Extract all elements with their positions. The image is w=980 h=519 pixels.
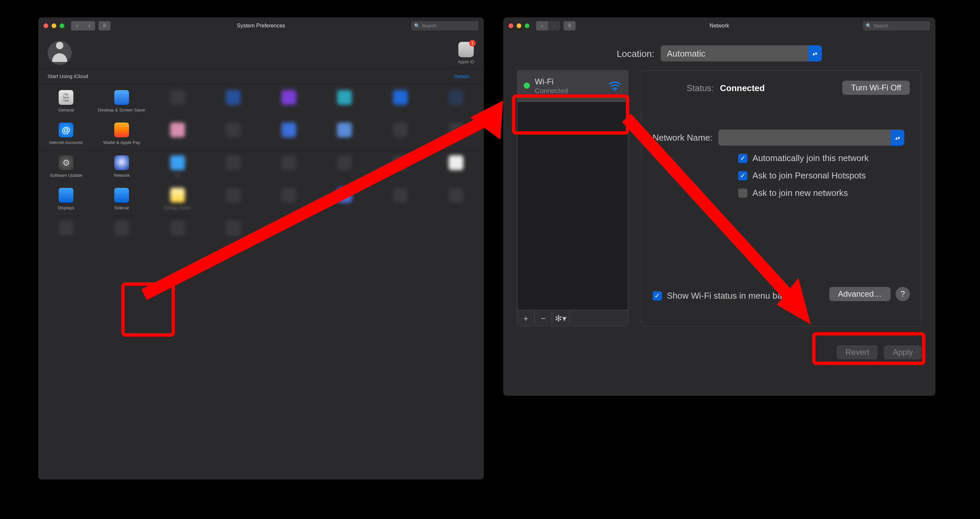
checkbox-label: Ask to join Personal Hotspots [752, 170, 866, 181]
pref-blurred [317, 118, 372, 150]
pref-blurred [317, 151, 372, 183]
icloud-banner: Start Using iCloud Details… [38, 68, 484, 84]
pref-blurred [205, 216, 261, 248]
pref-label: Network [114, 173, 130, 178]
pref-blurred [372, 183, 428, 216]
traffic-lights [509, 24, 529, 28]
search-placeholder: Search [422, 23, 437, 29]
location-value: Automatic [667, 49, 705, 59]
pref-blurred [317, 86, 372, 118]
internet-accounts-icon: @ [59, 122, 73, 137]
close-button[interactable] [43, 24, 48, 28]
checkbox-new-networks[interactable]: ✓ Ask to join new networks [738, 188, 910, 198]
pref-sidecar[interactable]: Sidecar [94, 183, 150, 216]
close-button[interactable] [509, 24, 513, 28]
apple-id-button[interactable]: 1 Apple ID [458, 42, 474, 64]
banner-text: Start Using iCloud [48, 73, 88, 79]
avatar[interactable] [48, 41, 72, 65]
search-field[interactable]: 🔍 Search [863, 21, 930, 30]
sidecar-icon [114, 188, 129, 203]
search-field[interactable]: 🔍 Search [411, 21, 479, 30]
show-all-button[interactable]: ⠿ [99, 21, 111, 30]
service-actions-button[interactable]: ✻▾ [552, 310, 570, 326]
user-row: 1 Apple ID [38, 34, 484, 68]
network-name-row: Network Name: ▴▾ [653, 130, 910, 146]
search-icon: 🔍 [414, 23, 420, 29]
forward-button[interactable]: › [548, 21, 560, 30]
location-dropdown[interactable]: Automatic ▴▾ [661, 45, 822, 61]
pref-general[interactable]: FileNewOpeGeneral [38, 86, 94, 118]
dropdown-arrows-icon: ▴▾ [891, 130, 905, 146]
remove-service-button[interactable]: − [535, 310, 552, 326]
pref-blurred [372, 118, 428, 150]
pref-network[interactable]: Network [94, 151, 150, 183]
pref-displays[interactable]: Displays [38, 183, 94, 216]
location-label: Location: [617, 48, 655, 59]
service-name: Wi-Fi [535, 77, 568, 87]
pref-blurred [372, 86, 428, 118]
titlebar: ‹ › ⠿ System Preferences 🔍 Search [38, 17, 484, 34]
service-status: Connected [535, 86, 568, 94]
location-row: Location: Automatic ▴▾ [503, 34, 935, 70]
checkbox-auto-join[interactable]: ✓ Automatically join this network [738, 153, 910, 163]
apple-id-label: Apple ID [458, 59, 474, 64]
pref-label: Wallet & Apple Pay [103, 140, 140, 145]
pref-internet-accounts[interactable]: @Internet Accounts [38, 118, 94, 150]
pref-blurred [428, 183, 484, 216]
traffic-lights [43, 24, 64, 28]
notification-badge: 1 [469, 40, 476, 46]
service-wifi[interactable]: Wi-Fi Connected [518, 71, 628, 102]
network-body: Wi-Fi Connected + − ✻▾ Status: Connected… [503, 70, 935, 338]
pref-blurred [38, 216, 94, 248]
minimize-button[interactable] [517, 24, 521, 28]
minimize-button[interactable] [52, 24, 56, 28]
back-button[interactable]: ‹ [71, 21, 83, 30]
back-button[interactable]: ‹ [536, 21, 548, 30]
checkbox-label: Show Wi-Fi status in menu bar [667, 290, 785, 301]
network-name-dropdown[interactable]: ▴▾ [719, 130, 905, 146]
banner-details-link[interactable]: Details… [454, 73, 474, 79]
system-preferences-window: ‹ › ⠿ System Preferences 🔍 Search 1 Appl… [38, 17, 484, 479]
nav-buttons: ‹ › [71, 21, 95, 30]
pref-blurred [261, 118, 317, 150]
status-label: Status: [687, 83, 714, 93]
nav-buttons: ‹ › [536, 21, 560, 30]
pref-label: Energy Saver [151, 205, 204, 210]
checkbox-icon: ✓ [738, 153, 748, 163]
pref-label: Sidecar [114, 205, 129, 210]
checkbox-hotspots[interactable]: ✓ Ask to join Personal Hotspots [738, 170, 910, 181]
show-all-button[interactable]: ⠿ [563, 21, 576, 30]
pref-blurred [205, 183, 261, 216]
list-footer: + − ✻▾ [518, 310, 628, 326]
help-button[interactable]: ? [896, 287, 910, 302]
apply-button[interactable]: Apply [884, 345, 922, 360]
search-placeholder: Search [873, 23, 888, 29]
pref-desktop[interactable]: Desktop & Screen Saver [94, 86, 150, 118]
highlight-network [121, 282, 175, 336]
pref-blurred [372, 151, 428, 183]
pref-blurred [261, 183, 317, 216]
fullscreen-button[interactable] [60, 24, 64, 28]
pref-label: Desktop & Screen Saver [98, 108, 145, 113]
pref-blurred [317, 183, 372, 216]
checkbox-label: Automatically join this network [752, 153, 869, 163]
search-icon: 🔍 [866, 23, 872, 29]
service-text: Wi-Fi Connected [535, 77, 568, 95]
titlebar: ‹ › ⠿ Network 🔍 Search [503, 17, 935, 34]
displays-icon [59, 188, 73, 203]
add-service-button[interactable]: + [518, 310, 535, 326]
pref-energy-saver[interactable]: Energy Saver [150, 183, 205, 216]
network-icon [114, 156, 129, 170]
revert-button[interactable]: Revert [837, 345, 878, 360]
svg-point-0 [614, 89, 616, 91]
checkbox-icon: ✓ [653, 291, 662, 300]
turn-wifi-off-button[interactable]: Turn Wi-Fi Off [842, 81, 910, 95]
network-window: ‹ › ⠿ Network 🔍 Search Location: Automat… [503, 17, 935, 396]
fullscreen-button[interactable] [525, 24, 529, 28]
pref-wallet[interactable]: Wallet & Apple Pay [94, 118, 150, 150]
general-icon: FileNewOpe [59, 90, 73, 105]
forward-button[interactable]: › [83, 21, 95, 30]
pref-blurred [150, 86, 205, 118]
advanced-button[interactable]: Advanced… [829, 287, 891, 302]
pref-software-update[interactable]: ⚙Software Update [38, 151, 94, 183]
